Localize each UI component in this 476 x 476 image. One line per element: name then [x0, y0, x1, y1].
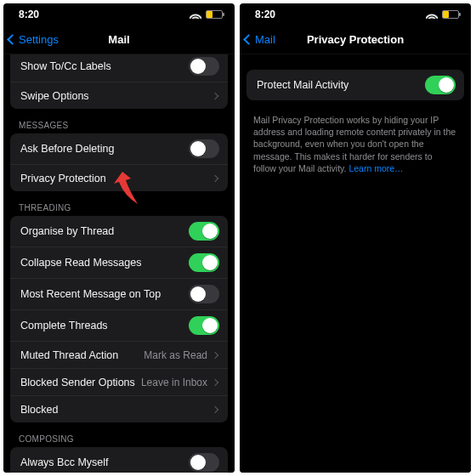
toggle-always-bcc[interactable] — [189, 453, 219, 472]
row-collapse-read-messages[interactable]: Collapse Read Messages — [10, 246, 228, 278]
row-label: Most Recent Message on Top — [20, 288, 189, 300]
row-label: Privacy Protection — [20, 173, 212, 184]
row-organise-by-thread[interactable]: Organise by Thread — [10, 216, 228, 246]
chevron-right-icon — [212, 351, 218, 358]
battery-icon — [206, 10, 223, 19]
row-always-bcc-myself[interactable]: Always Bcc Myself — [10, 447, 228, 473]
toggle-show-to-cc[interactable] — [189, 57, 219, 76]
status-bar: 8:20 — [3, 3, 235, 26]
row-label: Protect Mail Activity — [257, 79, 425, 91]
toggle-ask-before-deleting[interactable] — [189, 139, 219, 158]
status-bar: 8:20 — [240, 3, 471, 26]
status-time: 8:20 — [255, 8, 275, 20]
status-time: 8:20 — [19, 8, 39, 20]
chevron-right-icon — [212, 174, 218, 181]
row-show-tocc-labels[interactable]: Show To/Cc Labels — [10, 54, 228, 82]
settings-list[interactable]: Protect Mail Activity Mail Privacy Prote… — [240, 54, 471, 473]
mail-settings-screen: 8:20 Settings Mail Show To/Cc Labels S — [3, 3, 235, 473]
toggle-complete-threads[interactable] — [189, 316, 219, 335]
learn-more-link[interactable]: Learn more… — [348, 163, 403, 173]
section-header-messages: MESSAGES — [3, 117, 235, 133]
nav-bar: Settings Mail — [3, 26, 235, 54]
row-label: Swipe Options — [20, 90, 212, 102]
chevron-right-icon — [212, 92, 218, 99]
row-complete-threads[interactable]: Complete Threads — [10, 309, 228, 341]
section-header-threading: THREADING — [3, 200, 235, 216]
wifi-icon — [190, 10, 201, 19]
toggle-protect-mail-activity[interactable] — [425, 76, 456, 94]
row-detail: Mark as Read — [144, 349, 207, 361]
row-privacy-protection[interactable]: Privacy Protection — [10, 164, 228, 191]
chevron-right-icon — [212, 378, 218, 385]
settings-list[interactable]: Show To/Cc Labels Swipe Options MESSAGES… — [3, 54, 235, 473]
row-muted-thread-action[interactable]: Muted Thread Action Mark as Read — [10, 341, 228, 368]
row-label: Show To/Cc Labels — [20, 60, 189, 72]
toggle-most-recent-top[interactable] — [189, 285, 219, 303]
row-label: Complete Threads — [20, 320, 189, 332]
row-label: Blocked — [20, 404, 212, 416]
nav-bar: Mail Privacy Protection — [240, 26, 471, 54]
row-label: Always Bcc Myself — [20, 456, 189, 468]
row-blocked-sender-options[interactable]: Blocked Sender Options Leave in Inbox — [10, 368, 228, 395]
privacy-description: Mail Privacy Protection works by hiding … — [240, 109, 471, 174]
page-title: Privacy Protection — [240, 33, 471, 46]
row-detail: Leave in Inbox — [141, 377, 207, 388]
row-swipe-options[interactable]: Swipe Options — [10, 82, 228, 109]
row-blocked[interactable]: Blocked — [10, 395, 228, 422]
chevron-right-icon — [212, 405, 218, 412]
row-label: Organise by Thread — [20, 225, 189, 237]
page-title: Mail — [3, 33, 235, 46]
row-most-recent-on-top[interactable]: Most Recent Message on Top — [10, 278, 228, 309]
toggle-collapse-read[interactable] — [189, 253, 219, 272]
row-label: Collapse Read Messages — [20, 257, 189, 269]
row-ask-before-deleting[interactable]: Ask Before Deleting — [10, 133, 228, 164]
row-label: Blocked Sender Options — [20, 377, 141, 388]
privacy-protection-screen: 8:20 Mail Privacy Protection Protect Mai… — [240, 3, 471, 473]
section-header-composing: COMPOSING — [3, 431, 235, 447]
row-label: Muted Thread Action — [20, 349, 144, 361]
toggle-organise-by-thread[interactable] — [189, 222, 219, 241]
row-protect-mail-activity[interactable]: Protect Mail Activity — [246, 70, 464, 100]
row-label: Ask Before Deleting — [20, 143, 189, 155]
battery-icon — [442, 10, 459, 19]
wifi-icon — [426, 10, 438, 19]
